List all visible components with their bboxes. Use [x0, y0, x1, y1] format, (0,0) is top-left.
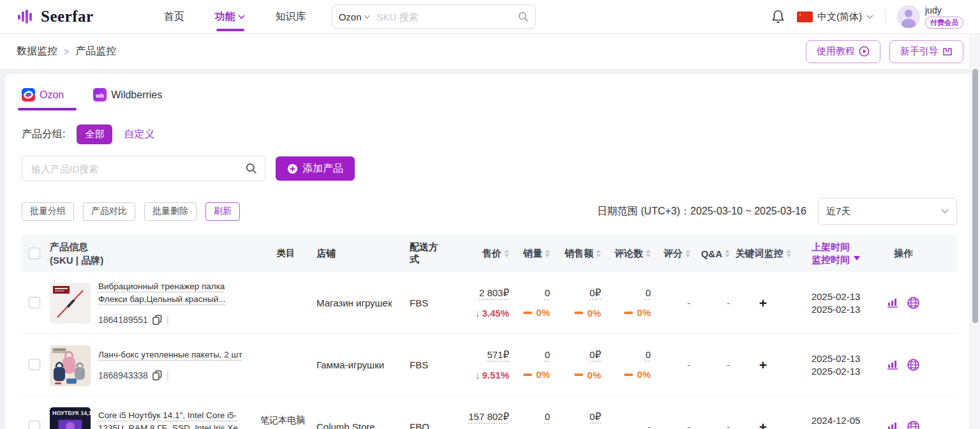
refresh-button[interactable]: 刷新: [205, 202, 240, 221]
qa-value: -: [695, 359, 734, 370]
globe-action-icon[interactable]: [907, 420, 920, 429]
row-checkbox[interactable]: [29, 359, 40, 370]
row-checkbox[interactable]: [29, 421, 40, 429]
sort-icon[interactable]: [685, 250, 690, 257]
product-search-box: [22, 156, 265, 181]
search-icon[interactable]: [246, 163, 257, 174]
sales-value[interactable]: 0: [545, 287, 550, 298]
delivery-scheme: FBS: [407, 297, 448, 308]
chart-action-icon[interactable]: [887, 359, 899, 370]
price-value[interactable]: 2 803₽: [479, 287, 509, 299]
grouping-row: 产品分组: 全部 自定义: [22, 124, 957, 144]
sort-icon[interactable]: [545, 250, 550, 257]
sort-icon[interactable]: [504, 250, 509, 257]
reviews-value[interactable]: 0: [646, 287, 651, 298]
navbar-right: 中文(简体) judy 付费会员: [771, 5, 963, 29]
guide-book-icon: [942, 47, 953, 57]
store-name: Columb Store: [314, 421, 407, 429]
chart-action-icon[interactable]: [887, 421, 899, 429]
dash-icon: [624, 312, 633, 314]
tutorial-button[interactable]: 使用教程: [806, 40, 880, 63]
revenue-change: 0%: [574, 308, 601, 319]
page-scrollbar[interactable]: [970, 0, 980, 429]
copy-icon[interactable]: [152, 370, 162, 380]
date-preset-select[interactable]: 近7天: [818, 198, 957, 225]
bell-icon[interactable]: [771, 9, 785, 24]
col-keyword: 关键词监控: [736, 248, 783, 260]
col-sales: 销量: [523, 248, 542, 260]
dash-icon: [624, 373, 633, 376]
sku-search-input[interactable]: [375, 11, 512, 23]
copy-icon[interactable]: [152, 315, 162, 325]
price-change: ↓3.45%: [475, 308, 509, 319]
revenue-value[interactable]: 0₽: [590, 349, 601, 361]
revenue-value[interactable]: 0₽: [590, 411, 601, 423]
tab-ozon[interactable]: Ozon: [22, 88, 64, 110]
batch-group-button[interactable]: 批量分组: [22, 202, 74, 221]
product-title[interactable]: Core i5 Ноутбук 14.1", Intel Core i5-123…: [98, 409, 253, 429]
price-value[interactable]: 571₽: [487, 349, 509, 361]
product-title[interactable]: Вибрационный тренажер палка Флекси бар,Ц…: [98, 280, 253, 306]
batch-delete-button[interactable]: 批量删除: [144, 202, 197, 221]
add-keyword-button[interactable]: +: [759, 420, 767, 429]
revenue-change: 0%: [574, 370, 601, 380]
search-icon[interactable]: [518, 11, 529, 22]
brand[interactable]: Seerfar: [17, 7, 94, 26]
add-keyword-button[interactable]: +: [759, 358, 767, 372]
reviews-value: -: [606, 421, 655, 429]
revenue-value[interactable]: 0₽: [590, 287, 601, 299]
app-window: Seerfar 首页 功能 知识库 Ozon: [0, 0, 980, 429]
sort-icon[interactable]: [646, 250, 651, 257]
sort-icon[interactable]: [786, 250, 791, 257]
price-value[interactable]: 157 802₽: [468, 411, 509, 423]
sort-icon[interactable]: [725, 250, 730, 257]
tab-wildberries[interactable]: wb Wildberries: [93, 88, 162, 110]
product-image[interactable]: [50, 345, 91, 386]
main-content: Ozon wb Wildberries 产品分组: 全部 自定义: [0, 69, 980, 429]
add-keyword-button[interactable]: +: [759, 296, 767, 310]
group-all-button[interactable]: 全部: [77, 124, 112, 144]
chevron-down-icon: [866, 15, 873, 19]
group-custom-link[interactable]: 自定义: [124, 128, 154, 141]
svg-text:НОУТБУК 14,1": НОУТБУК 14,1": [52, 410, 91, 416]
language-selector[interactable]: 中文(简体): [797, 11, 873, 23]
qa-value: -: [695, 297, 734, 308]
row-checkbox[interactable]: [29, 297, 40, 308]
sort-desc-icon: [854, 256, 860, 260]
breadcrumb-data-monitor[interactable]: 数据监控: [17, 45, 57, 58]
chevron-down-icon: [364, 15, 370, 19]
col-time-sort[interactable]: 上架时间监控时间: [794, 242, 878, 265]
select-all-checkbox[interactable]: [29, 248, 40, 259]
price-change: ↓9.51%: [475, 370, 509, 380]
nav-features[interactable]: 功能: [215, 0, 245, 33]
col-revenue: 销售额: [565, 248, 593, 260]
beginner-guide-button[interactable]: 新手引导: [889, 40, 963, 63]
nav-knowledge[interactable]: 知识库: [276, 0, 306, 33]
product-image[interactable]: [50, 283, 91, 324]
reviews-value[interactable]: 0: [646, 349, 651, 360]
nav-home[interactable]: 首页: [164, 0, 184, 33]
chart-action-icon[interactable]: [887, 297, 899, 308]
product-id-search-input[interactable]: [30, 163, 246, 175]
plus-circle-icon: [287, 163, 298, 174]
wildberries-icon: wb: [93, 88, 107, 102]
sales-value[interactable]: 0: [545, 411, 550, 422]
dash-icon: [574, 312, 583, 314]
sales-value[interactable]: 0: [545, 349, 550, 360]
user-name: judy: [925, 5, 942, 15]
product-sku[interactable]: 1864189551: [98, 315, 148, 325]
scrollbar-thumb[interactable]: [972, 69, 978, 323]
platform-select[interactable]: Ozon: [339, 11, 371, 22]
sort-icon[interactable]: [596, 250, 601, 257]
brand-name: Seerfar: [41, 8, 94, 26]
compare-button[interactable]: 产品对比: [83, 202, 135, 221]
flag-icon: [797, 11, 813, 22]
add-product-button[interactable]: 添加产品: [276, 156, 355, 181]
globe-action-icon[interactable]: [907, 358, 920, 372]
globe-action-icon[interactable]: [907, 296, 920, 310]
user-menu[interactable]: judy 付费会员: [897, 5, 963, 29]
main-nav: 首页 功能 知识库: [164, 0, 306, 33]
product-image[interactable]: НОУТБУК 14,1": [50, 407, 91, 429]
product-sku[interactable]: 1868943338: [98, 370, 148, 380]
product-title[interactable]: Ланч-бокс утепленные пакеты, 2 шт: [98, 349, 242, 361]
